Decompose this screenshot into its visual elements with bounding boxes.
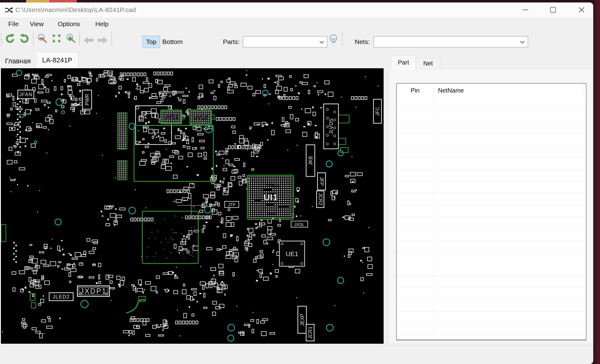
column-divider[interactable] [433, 85, 434, 98]
table-row[interactable] [397, 300, 586, 312]
board-canvas[interactable]: JFANPWRUV22UV25JLVDSJFCJKBUI1JFPJCR2JTPJ… [1, 68, 384, 344]
board-component-JXSL[interactable]: JXSL [291, 221, 308, 227]
menu-help[interactable]: Help [95, 18, 109, 30]
svg-text:JKB: JKB [308, 156, 313, 165]
column-header-pin[interactable]: Pin [397, 87, 433, 94]
table-row[interactable] [397, 311, 586, 323]
board-component-JTP[interactable]: JTP [225, 201, 239, 208]
shuffle-app-icon [4, 6, 13, 14]
lightbulb-icon[interactable] [329, 34, 338, 44]
back-arrow-icon[interactable] [84, 35, 94, 46]
svg-text:JLVDS: JLVDS [328, 118, 334, 134]
table-row[interactable] [397, 146, 586, 158]
rotate-cw-icon[interactable] [19, 33, 30, 44]
table-row[interactable] [397, 252, 586, 264]
toolbar-grip[interactable] [1, 34, 2, 46]
table-rows [397, 98, 586, 339]
status-bar [0, 345, 593, 364]
table-row[interactable] [397, 323, 586, 335]
board-component-JXDP1[interactable]: JXDP1 [77, 286, 109, 296]
table-row[interactable] [397, 98, 586, 110]
svg-text:JFP: JFP [319, 177, 324, 186]
table-row[interactable] [397, 264, 586, 276]
board-component-JFP[interactable]: JFP [318, 173, 326, 190]
forward-arrow-icon[interactable] [97, 35, 108, 46]
svg-text:JFC: JFC [375, 107, 380, 116]
svg-text:JTP: JTP [228, 202, 236, 207]
table-row[interactable] [397, 181, 586, 193]
table-row[interactable] [397, 205, 586, 217]
close-icon [578, 6, 585, 14]
board-component-JCR1[interactable]: JCR1 [306, 324, 314, 341]
column-header-netname[interactable]: NetName [438, 87, 464, 94]
svg-text:JCR2: JCR2 [318, 193, 323, 205]
parts-label: Parts: [215, 36, 240, 48]
close-button[interactable] [574, 4, 589, 16]
table-row[interactable] [397, 158, 586, 170]
board-component-UE1[interactable]: UE1 [279, 241, 305, 266]
window-title: C:\Users\macmini\Desktop\LA-8241P.cad [15, 6, 136, 14]
table-header[interactable]: Pin NetName [397, 84, 586, 98]
maximize-button[interactable] [546, 4, 560, 16]
fit-to-screen-icon[interactable] [51, 33, 62, 44]
menu-options[interactable]: Options [58, 18, 80, 30]
column-divider [584, 85, 584, 98]
board-component-JLVDS[interactable]: JLVDS [324, 104, 338, 149]
menu-file[interactable]: File [8, 18, 19, 30]
table-row[interactable] [397, 240, 586, 252]
svg-text:JXSL: JXSL [294, 222, 305, 227]
board-svg: JFANPWRUV22UV25JLVDSJFCJKBUI1JFPJCR2JTPJ… [1, 68, 384, 344]
table-row[interactable] [397, 335, 586, 339]
board-component-JFAN[interactable]: JFAN [18, 90, 34, 99]
svg-text:JCR1: JCR1 [308, 326, 313, 339]
svg-text:UE1: UE1 [286, 250, 298, 257]
title-bar[interactable]: C:\Users\macmini\Desktop\LA-8241P.cad [0, 2, 593, 18]
table-row[interactable] [397, 217, 586, 229]
board-component-JFC[interactable]: JFC [373, 99, 381, 123]
svg-text:JLED2: JLED2 [53, 294, 70, 300]
board-component-UV25[interactable]: UV25 [190, 110, 214, 124]
toolbar: Top Bottom Parts: Nets: [0, 30, 593, 50]
table-row[interactable] [397, 110, 586, 122]
bottom-side-button[interactable]: Bottom [162, 36, 183, 48]
pin-netname-table[interactable]: Pin NetName [396, 83, 586, 340]
parts-combobox[interactable] [243, 36, 327, 47]
table-row[interactable] [397, 169, 586, 181]
svg-text:UV25: UV25 [193, 114, 208, 121]
chevron-down-icon [319, 41, 324, 44]
board-component-JEXP[interactable]: JEXP [298, 306, 306, 333]
svg-text:JFAN: JFAN [19, 92, 32, 97]
nets-combobox[interactable] [373, 36, 528, 47]
board-component-PWR[interactable]: PWR [82, 90, 92, 109]
maximize-icon [549, 6, 557, 14]
toolbar-separator [112, 32, 112, 46]
menu-view[interactable]: View [30, 18, 44, 30]
table-row[interactable] [397, 276, 586, 288]
tab-net[interactable]: Net [416, 58, 440, 69]
svg-text:JXDP1: JXDP1 [80, 287, 107, 295]
table-row[interactable] [397, 288, 586, 300]
zoom-out-icon[interactable] [37, 33, 47, 44]
svg-text:UV22: UV22 [164, 114, 179, 120]
svg-text:JEXP: JEXP [300, 314, 305, 326]
zoom-in-icon[interactable] [65, 33, 76, 44]
table-row[interactable] [397, 193, 586, 205]
board-component-JKB[interactable]: JKB [306, 145, 315, 176]
board-component-UV22[interactable]: UV22 [161, 110, 184, 124]
table-row[interactable] [397, 229, 586, 241]
board-component-JCR2[interactable]: JCR2 [317, 191, 324, 208]
board-component-UI1[interactable]: UI1 [247, 175, 294, 219]
tab-board-file[interactable]: LA-8241P [36, 52, 78, 68]
document-tab-strip: Главная LA-8241P [0, 50, 593, 68]
toolbar-separator [79, 32, 80, 46]
minimize-icon [522, 6, 529, 14]
tab-home[interactable]: Главная [2, 54, 34, 68]
nets-label: Nets: [345, 36, 370, 48]
top-side-button[interactable]: Top [142, 36, 160, 48]
tab-part[interactable]: Part [391, 56, 416, 69]
minimize-button[interactable] [518, 4, 532, 16]
rotate-ccw-icon[interactable] [5, 33, 15, 44]
board-component-JLED2[interactable]: JLED2 [49, 293, 73, 301]
table-row[interactable] [397, 122, 586, 134]
table-row[interactable] [397, 134, 586, 146]
